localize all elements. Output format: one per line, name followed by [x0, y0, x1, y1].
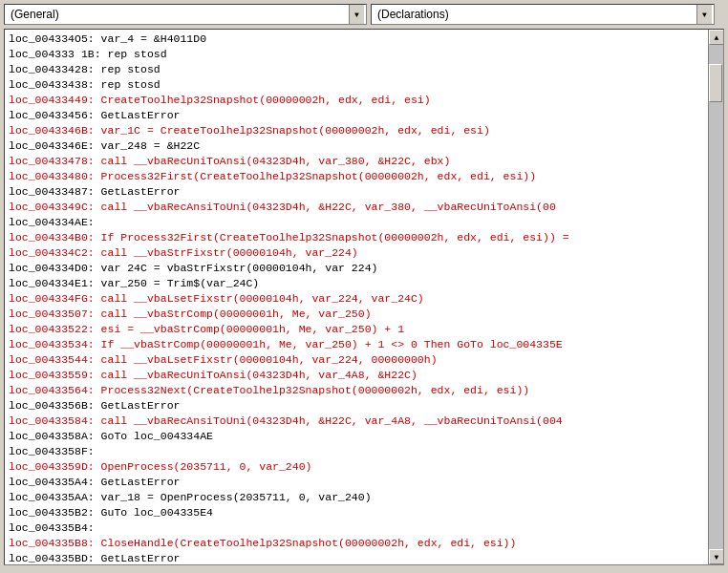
- code-line: loc_004335B2: GuTo loc_004335E4: [9, 505, 704, 520]
- code-line: loc_00433438: rep stosd: [9, 77, 704, 93]
- code-line: loc_00433559: call __vbaRecUniToAnsi(043…: [9, 368, 704, 383]
- code-line: loc_004333 1B: rep stosd: [9, 47, 704, 62]
- general-dropdown[interactable]: (General) ▼: [4, 4, 367, 25]
- code-line: loc_004335BD: GetLastError: [9, 551, 704, 564]
- code-line: loc_00433428: rep stosd: [9, 62, 704, 77]
- code-line: loc_004334O5: var_4 = &H4011D0: [9, 32, 704, 47]
- code-line: loc_004334FG: call __vbaLsetFixstr(00000…: [9, 291, 704, 307]
- code-line: loc_004335A4: GetLastError: [9, 475, 704, 490]
- scroll-down-button[interactable]: ▼: [709, 549, 724, 564]
- code-line: loc_00433487: GetLastError: [9, 184, 704, 200]
- declarations-dropdown[interactable]: (Declarations) ▼: [371, 4, 715, 25]
- code-line: loc_004334AE:: [9, 215, 704, 230]
- code-line: loc_004335B4:: [9, 520, 704, 536]
- code-line: loc_00433564: Process32Next(CreateToolhe…: [9, 383, 704, 398]
- code-line: loc_004334C2: call __vbaStrFixstr(000001…: [9, 245, 704, 261]
- code-line: loc_00433507: call __vbaStrComp(00000001…: [9, 307, 704, 322]
- code-line: loc_00433478: call __vbaRecUniToAnsi(043…: [9, 154, 704, 169]
- code-line: loc_0043358F:: [9, 444, 704, 459]
- code-line: loc_00433534: If __vbaStrComp(00000001h,…: [9, 337, 704, 352]
- code-line: loc_0043349C: call __vbaRecAnsiToUni(043…: [9, 200, 704, 215]
- code-line: loc_00433456: GetLastError: [9, 108, 704, 123]
- declarations-dropdown-arrow[interactable]: ▼: [696, 5, 712, 24]
- code-line: loc_004334E1: var_250 = Trim$(var_24C): [9, 276, 704, 291]
- code-line: loc_0043346B: var_1C = CreateToolhelp32S…: [9, 123, 704, 138]
- code-area: loc_004334O5: var_4 = &H4011D0loc_004333…: [4, 29, 724, 565]
- code-line: loc_0043356B: GetLastError: [9, 398, 704, 414]
- code-line: loc_0043346E: var_248 = &H22C: [9, 138, 704, 154]
- scroll-up-button[interactable]: ▲: [709, 30, 724, 45]
- code-line: loc_00433522: esi = __vbaStrComp(0000000…: [9, 322, 704, 337]
- code-line: loc_0043359D: OpenProcess(2035711, 0, va…: [9, 459, 704, 475]
- scroll-track[interactable]: [709, 45, 723, 549]
- code-content: loc_004334O5: var_4 = &H4011D0loc_004333…: [5, 30, 708, 564]
- scroll-thumb[interactable]: [709, 64, 722, 102]
- code-line: loc_004334D0: var 24C = vbaStrFixstr(000…: [9, 261, 704, 276]
- code-line: loc_004335AA: var_18 = OpenProcess(20357…: [9, 490, 704, 505]
- code-line: loc_00433480: Process32First(CreateToolh…: [9, 169, 704, 184]
- code-line: loc_004335B8: CloseHandle(CreateToolhelp…: [9, 536, 704, 551]
- code-line: loc_0043358A: GoTo loc_004334AE: [9, 429, 704, 444]
- code-line: loc_00433544: call __vbaLsetFixstr(00000…: [9, 352, 704, 368]
- toolbar: (General) ▼ (Declarations) ▼: [0, 0, 728, 25]
- general-dropdown-label: (General): [7, 8, 349, 21]
- vertical-scrollbar[interactable]: ▲ ▼: [708, 30, 723, 564]
- declarations-dropdown-label: (Declarations): [374, 8, 696, 21]
- code-line: loc_00433449: CreateToolhelp32Snapshot(0…: [9, 93, 704, 108]
- general-dropdown-arrow[interactable]: ▼: [349, 5, 364, 24]
- code-line: loc_004334B0: If Process32First(CreateTo…: [9, 230, 704, 245]
- code-line: loc_00433584: call __vbaRecAnsiToUni(043…: [9, 414, 704, 429]
